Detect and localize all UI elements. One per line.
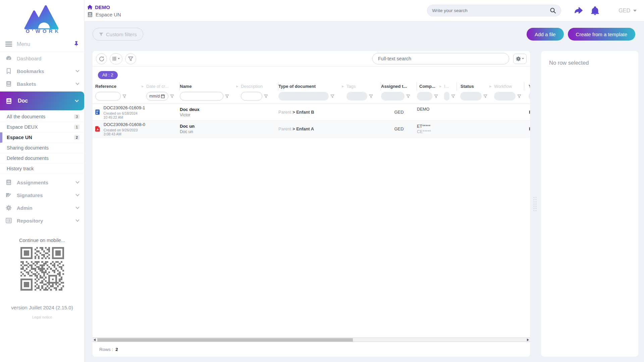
column-header-status[interactable]: Status	[457, 82, 494, 90]
create-from-template-button[interactable]: Create from a template	[568, 28, 635, 41]
sidebar-item-label: Baskets	[17, 81, 36, 87]
document-name: Doc un	[180, 124, 241, 129]
no-row-selected-text: No row selected	[549, 60, 630, 66]
search-icon[interactable]	[550, 7, 556, 14]
filter-funnel-icon[interactable]	[330, 94, 334, 98]
filter-funnel-icon[interactable]	[170, 94, 174, 98]
topbar: DEMO Espace UN GED	[85, 0, 644, 21]
share-icon[interactable]	[574, 7, 583, 15]
sidebar-item-label: Assignments	[17, 180, 48, 185]
column-header-date[interactable]: Date of cr...	[146, 82, 180, 90]
mobile-hint: Continue on mobile...	[0, 238, 84, 243]
chevron-down-icon	[75, 68, 79, 72]
sidebar-item-doc-active[interactable]: Doc	[0, 92, 84, 110]
description-filter-input[interactable]	[241, 94, 262, 99]
filter-funnel-icon[interactable]	[517, 94, 521, 98]
table-row[interactable]: DOC230926-01608-0 Created on 9/26/2023 3…	[93, 121, 530, 137]
sidebar-item-admin[interactable]: Admin	[0, 201, 84, 214]
sidebar-item-sharing-documents[interactable]: Sharing documents	[0, 143, 84, 153]
filter-cell-workflow	[494, 92, 524, 101]
name-filter-input[interactable]	[180, 94, 223, 99]
add-file-button[interactable]: Add a file	[527, 28, 564, 41]
chevron-down-icon	[633, 10, 637, 12]
filter-funnel-icon[interactable]	[369, 94, 373, 98]
horizontal-scrollbar[interactable]	[93, 338, 530, 342]
menu-toggle[interactable]: Menu	[0, 37, 84, 52]
signature-pen-icon	[5, 192, 12, 198]
breadcrumb-root[interactable]: DEMO	[87, 4, 121, 10]
column-header-reference[interactable]: Reference	[95, 82, 146, 90]
filter-funnel-icon[interactable]	[483, 94, 487, 98]
breadcrumb-space[interactable]: Espace UN	[87, 12, 121, 17]
filter-funnel-icon[interactable]	[451, 94, 455, 98]
type-filter-disabled	[278, 92, 329, 101]
column-header-type[interactable]: Type of document	[278, 82, 346, 90]
user-menu[interactable]: GED	[619, 8, 637, 14]
sidebar-item-dashboard[interactable]: Dashboard	[0, 52, 84, 65]
table-settings-button[interactable]	[513, 54, 527, 64]
scroll-left-arrow[interactable]	[94, 339, 96, 341]
scroll-right-arrow[interactable]	[527, 339, 529, 341]
sidebar-item-espace-un[interactable]: Espace UN 2	[0, 132, 84, 143]
filter-funnel-icon[interactable]	[225, 94, 229, 98]
filter-cell-tags	[346, 92, 381, 101]
column-header-assigned[interactable]: Assigned t...	[381, 82, 417, 90]
pin-sidebar-icon[interactable]	[74, 41, 79, 47]
filter-cell-name	[180, 92, 241, 101]
column-header-tags[interactable]: Tags	[346, 82, 381, 90]
workflow-filter-disabled	[494, 92, 516, 101]
document-clipped-value: I	[524, 121, 530, 137]
calendar-icon	[161, 94, 165, 98]
chevron-down-icon	[75, 180, 79, 183]
column-header-clipped[interactable]: Y	[524, 82, 530, 90]
reference-filter-input[interactable]	[96, 94, 120, 99]
filter-funnel-icon[interactable]	[434, 94, 438, 98]
scrollbar-thumb[interactable]	[97, 338, 353, 342]
documents-table: Reference Date of cr... Name Description…	[93, 82, 530, 137]
pdf-document-icon	[95, 125, 100, 132]
book-icon	[5, 179, 12, 185]
tab-all-count[interactable]: All : 2	[98, 71, 118, 79]
filter-cell-date: mm/d	[146, 92, 180, 101]
chevron-down-icon	[75, 81, 79, 85]
sidebar-item-deleted-documents[interactable]: Deleted documents	[0, 153, 84, 164]
user-label: GED	[619, 8, 630, 14]
document-type-parent: Parent	[278, 110, 291, 115]
sidebar-item-all-documents[interactable]: All the documents 3	[0, 112, 84, 122]
filter-funnel-icon[interactable]	[264, 94, 268, 98]
column-header-workflow[interactable]: Workflow	[494, 82, 524, 90]
filter-cell-reference	[95, 92, 146, 101]
panel-resize-handle[interactable]	[533, 196, 537, 212]
column-header-i[interactable]: I...	[444, 82, 457, 90]
legal-notice-link[interactable]: Legal notice	[0, 315, 84, 319]
document-comp-line1: DEMO	[417, 107, 444, 112]
detail-panel: No row selected	[541, 51, 638, 357]
filter-funnel-icon[interactable]	[122, 94, 126, 98]
sidebar-item-history-track[interactable]: History track	[0, 164, 84, 174]
column-header-description[interactable]: Description	[241, 82, 278, 90]
chevron-down-icon	[75, 98, 78, 102]
column-header-name[interactable]: Name	[180, 82, 241, 90]
custom-filters-button[interactable]: Custom filters	[93, 28, 143, 41]
sidebar-item-label: Dashboard	[17, 56, 41, 61]
sidebar-item-baskets[interactable]: Baskets	[0, 77, 84, 90]
sidebar-item-repository[interactable]: Repository	[0, 214, 84, 227]
fulltext-search-input[interactable]	[378, 56, 503, 61]
filter-funnel-icon[interactable]	[406, 94, 410, 98]
sidebar-item-label: Admin	[17, 205, 33, 211]
refresh-button[interactable]	[96, 53, 107, 64]
column-header-comp[interactable]: Comp...	[417, 82, 444, 90]
sidebar-item-bookmarks[interactable]: Bookmarks	[0, 65, 84, 77]
columns-button[interactable]	[110, 53, 122, 64]
filters-button[interactable]	[125, 53, 136, 64]
qr-code	[20, 247, 64, 291]
date-filter-input[interactable]: mm/d	[146, 92, 168, 101]
sidebar-item-assignments[interactable]: Assignments	[0, 176, 84, 189]
document-name: Doc deux	[180, 107, 241, 112]
notifications-bell-icon[interactable]	[591, 6, 599, 15]
global-search-input[interactable]	[432, 8, 550, 13]
sidebar-item-signatures[interactable]: Signatures	[0, 189, 84, 201]
table-row[interactable]: DOC230926-01609-1 Created on 6/18/2024 1…	[93, 104, 530, 121]
sidebar-item-espace-deux[interactable]: Espace DEUX 1	[0, 122, 84, 132]
document-created-date: Created on 6/18/2024 10:45:22 AM	[103, 111, 146, 119]
